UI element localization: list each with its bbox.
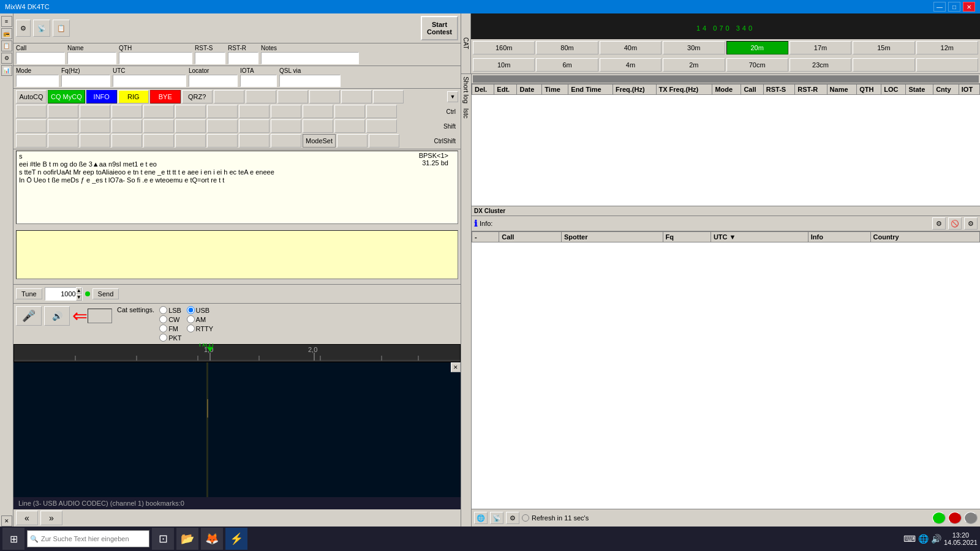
- col-rst-s[interactable]: RST-S: [763, 84, 795, 95]
- macro-info[interactable]: INFO: [86, 90, 117, 103]
- waterfall-close-btn[interactable]: ✕: [451, 362, 461, 372]
- start-contest-button[interactable]: Start Contest: [421, 16, 458, 40]
- usb-radio[interactable]: USB: [187, 306, 214, 314]
- col-freq[interactable]: Freq.(Hz): [612, 84, 656, 95]
- dx-green-btn[interactable]: [932, 512, 946, 524]
- settings-toolbar-btn[interactable]: ⚙: [16, 20, 31, 37]
- dx-gray-btn[interactable]: [964, 512, 978, 524]
- sidebar-chart-icon[interactable]: 📊: [1, 65, 12, 76]
- sidebar-close-icon[interactable]: ✕: [1, 515, 12, 527]
- col-end-time[interactable]: End Time: [568, 84, 613, 95]
- macro-cs-f5[interactable]: [143, 134, 174, 148]
- tune-up-btn[interactable]: ▲: [76, 287, 82, 294]
- dx-col-fq[interactable]: Fq: [663, 232, 710, 242]
- macro-ctrl-f4[interactable]: [111, 105, 142, 118]
- band-12m[interactable]: 12m: [916, 41, 978, 54]
- macro-ctrl-f1[interactable]: [16, 105, 47, 118]
- macro-cs-f2[interactable]: [48, 134, 78, 148]
- macro-ctrl-f7[interactable]: [207, 105, 238, 118]
- band-4m[interactable]: 4m: [600, 58, 662, 72]
- nav-next-btn[interactable]: »: [40, 511, 62, 525]
- search-input[interactable]: [41, 535, 139, 542]
- macro-cs-f3[interactable]: [80, 134, 110, 148]
- col-call[interactable]: Call: [741, 84, 763, 95]
- firefox-btn[interactable]: 🦊: [201, 528, 223, 550]
- macro-f7[interactable]: [214, 90, 244, 103]
- audio-icon-1[interactable]: 🎤: [16, 306, 42, 326]
- col-tx-freq[interactable]: TX Freq.(Hz): [656, 84, 712, 95]
- freq-input[interactable]: 14070340: [61, 75, 110, 87]
- macro-shift-f7[interactable]: [207, 119, 238, 133]
- macro-cs-f6[interactable]: [175, 134, 206, 148]
- am-radio[interactable]: AM: [187, 315, 214, 323]
- mode-input[interactable]: BPSK31: [16, 75, 59, 87]
- rtty-radio[interactable]: RTTY: [187, 324, 214, 332]
- close-button[interactable]: ✕: [963, 2, 975, 12]
- dx-col-country[interactable]: Country: [870, 232, 979, 242]
- rst-r-input[interactable]: 599: [228, 52, 258, 64]
- macro-expand-btn[interactable]: ▼: [447, 91, 458, 102]
- col-time[interactable]: Time: [542, 84, 568, 95]
- utc-input[interactable]: 14.05.2021 11:20: [113, 75, 186, 87]
- macro-rig[interactable]: RIG: [118, 90, 149, 103]
- band-40m[interactable]: 40m: [600, 41, 662, 54]
- macro-shift-f2[interactable]: [48, 119, 78, 133]
- maximize-button[interactable]: □: [948, 2, 960, 12]
- band-30m[interactable]: 30m: [663, 41, 725, 54]
- dx-col-info[interactable]: Info: [808, 232, 870, 242]
- band-70cm[interactable]: 70cm: [726, 58, 788, 72]
- tx-text-area[interactable]: [16, 230, 458, 279]
- col-iot[interactable]: IOT: [959, 84, 979, 95]
- band-2m[interactable]: 2m: [663, 58, 725, 72]
- macro-ctrl-f3[interactable]: [80, 105, 110, 118]
- band-empty1[interactable]: [853, 58, 914, 72]
- col-state[interactable]: State: [906, 84, 933, 95]
- macro-ctrl-f10[interactable]: [303, 105, 333, 118]
- start-button[interactable]: ⊞: [2, 528, 24, 550]
- macro-cs-f8[interactable]: [239, 134, 270, 148]
- macro-ctrl-f12[interactable]: [366, 105, 397, 118]
- macro-cs-f12[interactable]: [369, 134, 399, 148]
- col-cnty[interactable]: Cnty: [933, 84, 959, 95]
- macro-f11[interactable]: [341, 90, 372, 103]
- dx-globe-btn[interactable]: 🌐: [474, 512, 488, 524]
- band-17m[interactable]: 17m: [790, 41, 851, 54]
- band-10m[interactable]: 10m: [473, 58, 535, 72]
- minimize-button[interactable]: —: [933, 2, 946, 12]
- macro-cq-mycq[interactable]: CQ MyCQ: [48, 90, 85, 103]
- band-6m[interactable]: 6m: [536, 58, 598, 72]
- tune-down-btn[interactable]: ▼: [76, 294, 82, 301]
- pkt-radio[interactable]: PKT: [159, 334, 181, 342]
- macro-ctrl-f6[interactable]: [175, 105, 206, 118]
- col-del[interactable]: Del.: [472, 84, 494, 95]
- macro-shift-f8[interactable]: [239, 119, 270, 133]
- col-mode[interactable]: Mode: [712, 84, 741, 95]
- dx-gear-btn[interactable]: ⚙: [506, 512, 519, 524]
- dx-col-dash[interactable]: -: [472, 232, 499, 242]
- tune-freq-input[interactable]: [45, 290, 76, 298]
- dx-antenna-btn[interactable]: 📡: [490, 512, 503, 524]
- call-input[interactable]: [16, 52, 65, 64]
- band-empty2[interactable]: [916, 58, 978, 72]
- lsb-radio[interactable]: LSB: [159, 306, 181, 314]
- mixw-btn[interactable]: ⚡: [225, 528, 247, 550]
- macro-shift-f5[interactable]: [143, 119, 174, 133]
- dx-settings2-btn[interactable]: ⚙: [964, 217, 978, 230]
- macro-f12[interactable]: [373, 90, 404, 103]
- macro-shift-f6[interactable]: [175, 119, 206, 133]
- macro-shift-f3[interactable]: [80, 119, 110, 133]
- macro-ctrl-f2[interactable]: [48, 105, 78, 118]
- macro-shift-f9[interactable]: [271, 119, 301, 133]
- dx-settings1-btn[interactable]: ⚙: [932, 217, 946, 230]
- macro-qrz[interactable]: QRZ?: [182, 90, 213, 103]
- cw-radio[interactable]: CW: [159, 315, 181, 323]
- send-button[interactable]: Send: [92, 288, 119, 299]
- band-15m[interactable]: 15m: [853, 41, 914, 54]
- macro-cs-f11[interactable]: [337, 134, 368, 148]
- macro-ctrl-f11[interactable]: [334, 105, 365, 118]
- macro-f8[interactable]: [246, 90, 276, 103]
- macro-shift-f1[interactable]: [16, 119, 47, 133]
- dx-col-spotter[interactable]: Spotter: [561, 232, 663, 242]
- qth-input[interactable]: [119, 52, 192, 64]
- band-20m[interactable]: 20m: [726, 41, 788, 54]
